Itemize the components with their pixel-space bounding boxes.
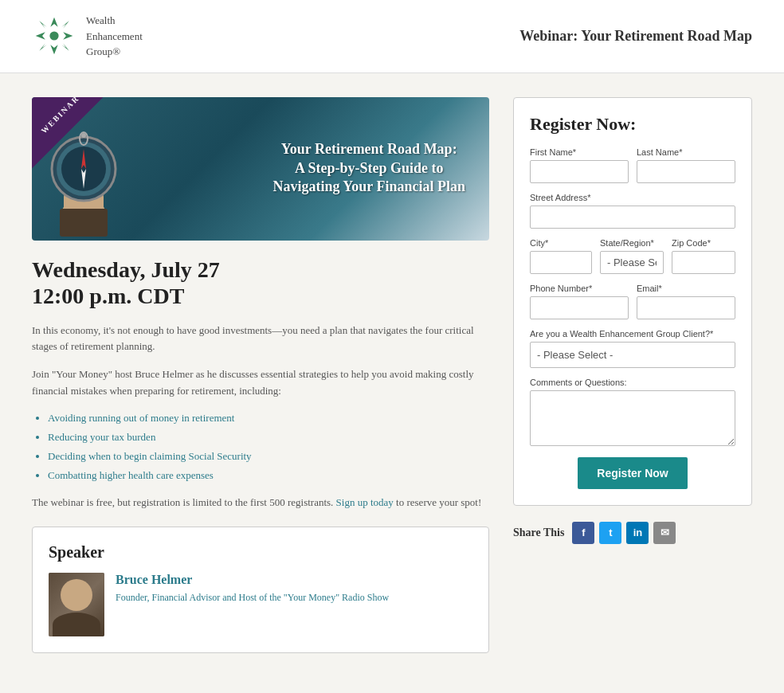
facebook-share-button[interactable]: f (572, 522, 594, 544)
svg-point-8 (49, 32, 58, 41)
logo-icon (32, 14, 76, 58)
register-box: Register Now: First Name* Last Name* Str… (513, 97, 752, 506)
speaker-section-title: Speaker (49, 543, 472, 562)
speaker-body (53, 613, 100, 636)
list-item: Deciding when to begin claiming Social S… (48, 449, 489, 464)
email-share-button[interactable]: ✉ (653, 522, 676, 544)
client-row: Are you a Wealth Enhancement Group Clien… (530, 329, 735, 368)
city-state-zip-row: City* State/Region* - Please Se Zip Code… (530, 238, 735, 274)
svg-marker-7 (39, 44, 46, 51)
phone-group: Phone Number* (530, 284, 629, 319)
comments-textarea[interactable] (530, 390, 735, 446)
logo-text: Wealth Enhancement Group® (86, 13, 143, 60)
street-row: Street Address* (530, 193, 735, 229)
register-info: The webinar is free, but registration is… (32, 495, 489, 511)
first-name-group: First Name* (530, 147, 629, 183)
share-section: Share This f t in ✉ (513, 522, 752, 544)
svg-marker-1 (50, 45, 57, 54)
state-label: State/Region* (600, 238, 664, 248)
speaker-photo (49, 573, 104, 636)
header-title: Webinar: Your Retirement Road Map (519, 28, 752, 45)
linkedin-share-button[interactable]: in (626, 522, 649, 544)
last-name-input[interactable] (637, 160, 735, 183)
state-group: State/Region* - Please Se (600, 238, 664, 274)
name-row: First Name* Last Name* (530, 147, 735, 183)
speaker-name: Bruce Helmer (116, 573, 472, 587)
city-label: City* (530, 238, 592, 248)
email-label: Email* (637, 284, 735, 293)
comments-row: Comments or Questions: (530, 378, 735, 446)
city-input[interactable] (530, 251, 592, 274)
city-group: City* (530, 238, 592, 274)
last-name-group: Last Name* (637, 147, 735, 183)
first-name-input[interactable] (530, 160, 629, 183)
speaker-details: Bruce Helmer Founder, Financial Advisor … (116, 573, 472, 605)
state-select[interactable]: - Please Se (600, 251, 664, 274)
svg-marker-2 (36, 33, 45, 40)
svg-marker-4 (39, 22, 46, 29)
comments-label: Comments or Questions: (530, 378, 735, 387)
phone-email-row: Phone Number* Email* (530, 284, 735, 319)
street-input[interactable] (530, 206, 735, 229)
list-item: Avoiding running out of money in retirem… (48, 411, 489, 425)
client-group: Are you a Wealth Enhancement Group Clien… (530, 329, 735, 368)
zip-label: Zip Code* (672, 238, 735, 248)
event-desc-2: Join "Your Money" host Bruce Helmer as h… (32, 366, 489, 400)
last-name-label: Last Name* (637, 147, 735, 157)
svg-marker-0 (50, 18, 57, 27)
street-group: Street Address* (530, 193, 735, 229)
event-date: Wednesday, July 27 12:00 p.m. CDT (32, 256, 489, 310)
register-button[interactable]: Register Now (578, 457, 687, 489)
phone-input[interactable] (530, 296, 629, 319)
share-icons: f t in ✉ (572, 522, 676, 544)
right-column: Register Now: First Name* Last Name* Str… (513, 97, 752, 654)
phone-label: Phone Number* (530, 284, 629, 293)
signup-link[interactable]: Sign up today (336, 496, 394, 508)
speaker-info: Bruce Helmer Founder, Financial Advisor … (49, 573, 472, 636)
comments-group: Comments or Questions: (530, 378, 735, 446)
svg-rect-11 (60, 209, 108, 237)
first-name-label: First Name* (530, 147, 629, 157)
list-item: Combatting higher health care expenses (48, 468, 489, 483)
client-select[interactable]: - Please Select - Yes No (530, 342, 735, 368)
email-group: Email* (637, 284, 735, 319)
zip-group: Zip Code* (672, 238, 735, 274)
logo-area: Wealth Enhancement Group® (32, 13, 143, 60)
webinar-banner: WEBINAR (32, 97, 489, 241)
speaker-photo-bg (49, 573, 104, 636)
twitter-share-button[interactable]: t (599, 522, 621, 544)
speaker-face (61, 579, 92, 611)
bullet-list: Avoiding running out of money in retirem… (32, 411, 489, 484)
register-heading: Register Now: (530, 114, 735, 135)
banner-text-block: Your Retirement Road Map: A Step-by-Step… (272, 140, 465, 196)
svg-point-18 (81, 133, 86, 138)
street-label: Street Address* (530, 193, 735, 202)
list-item: Reducing your tax burden (48, 430, 489, 444)
client-label: Are you a Wealth Enhancement Group Clien… (530, 329, 735, 339)
svg-marker-6 (61, 22, 69, 29)
site-header: Wealth Enhancement Group® Webinar: Your … (0, 0, 784, 73)
speaker-role: Founder, Financial Advisor and Host of t… (116, 590, 472, 605)
banner-title: Your Retirement Road Map: A Step-by-Step… (272, 140, 465, 196)
compass-illustration (40, 113, 135, 241)
svg-marker-5 (61, 44, 69, 51)
event-desc-1: In this economy, it's not enough to have… (32, 323, 489, 356)
zip-input[interactable] (672, 251, 735, 274)
left-column: WEBINAR (32, 97, 489, 654)
share-label: Share This (513, 527, 564, 539)
svg-marker-3 (63, 33, 73, 40)
speaker-box: Speaker Bruce Helmer Founder, Financial … (32, 527, 489, 653)
main-content: WEBINAR (0, 73, 784, 678)
email-input[interactable] (637, 296, 735, 319)
